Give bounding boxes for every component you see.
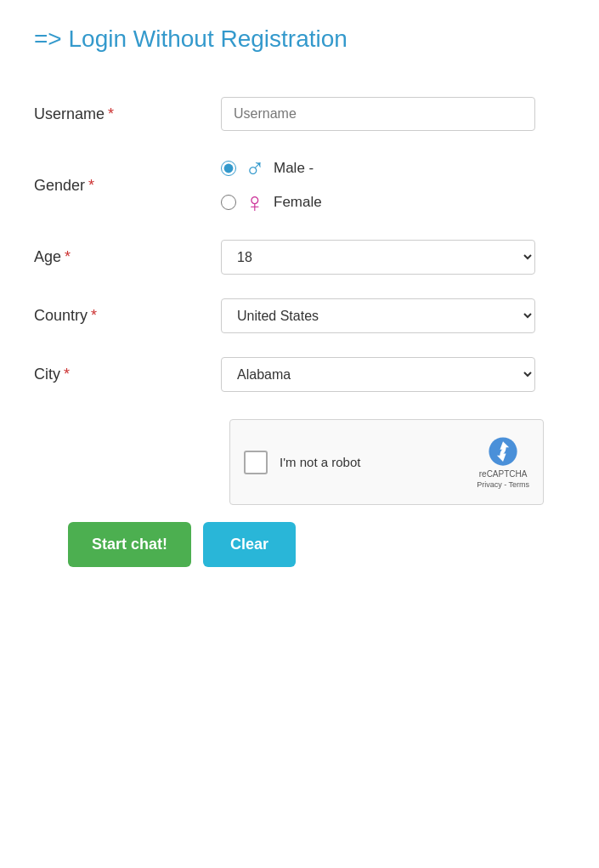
captcha-links: Privacy - Terms: [477, 480, 529, 489]
age-label: Age*: [34, 235, 221, 280]
captcha-brand: reCAPTCHA: [479, 469, 528, 479]
country-label: Country*: [34, 293, 221, 338]
username-input[interactable]: [221, 97, 535, 131]
gender-female-label: Female: [274, 194, 322, 211]
gender-male-option[interactable]: ♂ Male -: [221, 155, 565, 182]
recaptcha-icon: [487, 435, 519, 468]
page-title: => Login Without Registration: [34, 26, 565, 53]
required-marker: *: [88, 177, 94, 194]
clear-button[interactable]: Clear: [203, 522, 296, 567]
captcha-checkbox[interactable]: [244, 451, 268, 474]
username-label: Username*: [34, 92, 221, 136]
male-icon: ♂: [245, 155, 265, 182]
country-select[interactable]: United StatesUnited KingdomCanadaAustral…: [221, 298, 535, 333]
button-row: Start chat! Clear: [68, 522, 565, 567]
gender-female-option[interactable]: ♀ Female: [221, 189, 565, 216]
required-marker: *: [108, 105, 114, 122]
captcha-label: I'm not a robot: [280, 455, 360, 469]
gender-male-radio[interactable]: [221, 161, 236, 176]
gender-female-radio[interactable]: [221, 195, 236, 210]
required-marker: *: [65, 248, 71, 265]
gender-label: Gender*: [34, 150, 221, 221]
start-chat-button[interactable]: Start chat!: [68, 522, 191, 567]
required-marker: *: [91, 307, 97, 324]
required-marker: *: [64, 366, 70, 383]
gender-group: ♂ Male - ♀ Female: [221, 155, 565, 216]
captcha-widget: I'm not a robot reCAPTCHA Privacy - Term…: [229, 419, 544, 505]
registration-form: Username* Gender* ♂ Male - ♀ Female: [34, 78, 565, 411]
female-icon: ♀: [245, 189, 265, 216]
city-label: City*: [34, 352, 221, 397]
age-select[interactable]: 1819202122232425262728293031323334354045…: [221, 240, 535, 275]
city-select[interactable]: AlabamaAlaskaArizonaArkansasCaliforniaCo…: [221, 357, 535, 392]
gender-male-label: Male -: [274, 160, 314, 177]
